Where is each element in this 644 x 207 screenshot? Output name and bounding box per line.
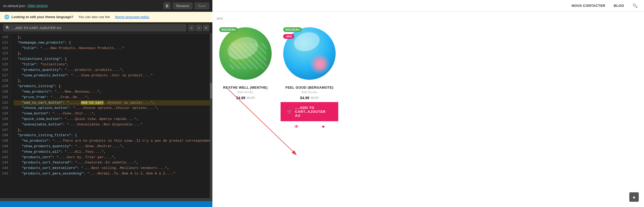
code-line: "products_sort_featured": "....Featured.… [14, 160, 212, 166]
section-title: arts [217, 16, 640, 20]
product-card-2: NOUVEAU -50% FEEL GOOD (BERGAMOTE) Bath … [281, 25, 338, 132]
product-actions-2: 👁 ♥ [281, 121, 338, 132]
code-content: 120121122123 124125126127 128129130131 1… [0, 34, 212, 178]
warning-bar: 🌐 Looking to edit your theme language? Y… [0, 12, 212, 22]
code-line: "products_sort_para_ascending": "....Nor… [14, 171, 212, 177]
code-line: "new_products": "....New..Nouveau....", [14, 89, 212, 95]
editor-filename: en.default.json [3, 4, 25, 8]
code-line: "no_products": "....There are no product… [14, 138, 212, 144]
preview-panel: NOUS CONTACTER BLOG 🔍 arts NOUVEAU REATH… [212, 0, 644, 207]
search-chevron-up-btn[interactable]: ∧ [196, 25, 202, 31]
code-line: "title": "Collections", [14, 62, 212, 67]
nav-contact[interactable]: NOUS CONTACTER [572, 4, 605, 8]
code-line: "choose_options_button": "....Choose opt… [14, 105, 212, 111]
warning-text: Looking to edit your theme language? [12, 15, 73, 19]
products-area: arts NOUVEAU REATHE WELL (MENTHE) Bath B… [212, 12, 644, 207]
nav-search-icon[interactable]: 🔍 [632, 3, 638, 8]
product-category-1: Bath Bombs [219, 91, 272, 94]
product-price-row-2: $4.99 $9.99 [283, 96, 336, 100]
code-line: "show_products_all": "....All..Tous...."… [14, 149, 212, 155]
code-line: "products_sort_bestsellers": "....Best s… [14, 166, 212, 171]
globe-icon: 🌐 [4, 14, 9, 19]
editor-panel: en.default.json Older versions 🗑 Rename … [0, 0, 212, 207]
code-line: "view_products_button": "....View produc… [14, 73, 212, 78]
older-versions-link[interactable]: Older versions [28, 4, 48, 8]
product-category-2: Bath Bombs [283, 91, 336, 94]
product-price-1: $4.99 [236, 96, 245, 100]
cart-icon: 🛒 [287, 109, 292, 114]
theme-language-editor-link[interactable]: theme language editor. [115, 15, 150, 19]
product-price-old-2: $9.99 [311, 96, 319, 100]
product-name-1: REATHE WELL (MENTHE) [219, 86, 272, 89]
code-line: }, [14, 78, 212, 84]
heart-icon[interactable]: ♥ [322, 124, 325, 130]
vertical-scrollbar[interactable] [210, 34, 212, 198]
code-line: "quick_view_button": "....Quick view..Ap… [14, 116, 212, 122]
products-grid: NOUVEAU REATHE WELL (MENTHE) Bath Bombs … [217, 25, 640, 132]
product-card-1: NOUVEAU REATHE WELL (MENTHE) Bath Bombs … [217, 25, 274, 102]
code-line-highlighted: "add_to_cart_button": "......Add to cart… [14, 100, 212, 106]
product-badge-new-1: NOUVEAU [219, 27, 238, 32]
preview-nav: NOUS CONTACTER BLOG 🔍 [212, 0, 644, 12]
search-bar: 🔍 ∨ ∧ ✕ [0, 22, 212, 34]
code-line: "view_button": "....View..Voir....", [14, 111, 212, 116]
product-price-row-1: $4.99 $9.99 [219, 96, 272, 100]
code-line: }, [14, 128, 212, 133]
product-info-1: REATHE WELL (MENTHE) Bath Bombs $4.99 $9… [217, 82, 274, 102]
product-price-2: $4.99 [300, 96, 309, 100]
search-close-button[interactable]: ✕ [203, 25, 209, 31]
product-image-1 [219, 27, 272, 80]
delete-button[interactable]: 🗑 [163, 2, 171, 9]
search-icon: 🔍 [6, 26, 10, 30]
code-line: "unavailable_button": "....Unavailable..… [14, 122, 212, 128]
scroll-thumb[interactable] [210, 83, 212, 99]
code-line: "show_products_quantity": "....Show..Mon… [14, 144, 212, 149]
rename-button[interactable]: Rename [173, 3, 192, 9]
search-chevron-down-btn[interactable]: ∨ [188, 25, 195, 31]
code-line: "homepage_new_products": { [14, 40, 212, 46]
code-line: "title": "....New Products..Nouveaux Pro… [14, 46, 212, 51]
product-name-2: FEEL GOOD (BERGAMOTE) [283, 86, 336, 89]
code-line: }, [14, 35, 212, 40]
editor-actions: 🗑 Rename Save [163, 2, 209, 9]
code-area[interactable]: 120121122123 124125126127 128129130131 1… [0, 34, 212, 198]
product-badge-new-2: NOUVEAU [283, 27, 302, 32]
code-line: "price_from": "....From..De....", [14, 95, 212, 100]
add-to-cart-label: ....ADD TO CART..AJOUTER AU [295, 106, 332, 118]
product-badge-discount-2: -50% [283, 34, 294, 39]
save-button[interactable]: Save [195, 3, 209, 9]
search-input[interactable] [12, 26, 184, 30]
scroll-top-button[interactable]: ▲ [629, 192, 639, 202]
code-line: "products_quantity": "....products..prod… [14, 67, 212, 73]
code-line: "products_listing_filters": { [14, 133, 212, 138]
status-bar [0, 201, 212, 207]
editor-header: en.default.json Older versions 🗑 Rename … [0, 0, 212, 12]
horizontal-scrollbar[interactable] [0, 198, 212, 201]
eye-icon[interactable]: 👁 [294, 124, 299, 130]
warning-sub: You can also use the [78, 15, 110, 19]
search-wrapper: 🔍 [3, 24, 186, 31]
line-numbers: 120121122123 124125126127 128129130131 1… [0, 34, 10, 178]
code-line: "collections_listing": { [14, 56, 212, 62]
product-price-old-1: $9.99 [247, 96, 255, 100]
code-lines: }, "homepage_new_products": { "title": "… [10, 34, 212, 178]
nav-blog[interactable]: BLOG [614, 4, 624, 8]
code-line: "products_listing": { [14, 84, 212, 89]
code-line: "products_sort": "....Sort by..Trier par… [14, 155, 212, 160]
code-line: }, [14, 51, 212, 56]
product-info-2: FEEL GOOD (BERGAMOTE) Bath Bombs $4.99 $… [281, 82, 338, 102]
search-controls: ∨ ∧ ✕ [188, 25, 209, 31]
add-to-cart-button[interactable]: 🛒 ....ADD TO CART..AJOUTER AU [281, 102, 338, 121]
